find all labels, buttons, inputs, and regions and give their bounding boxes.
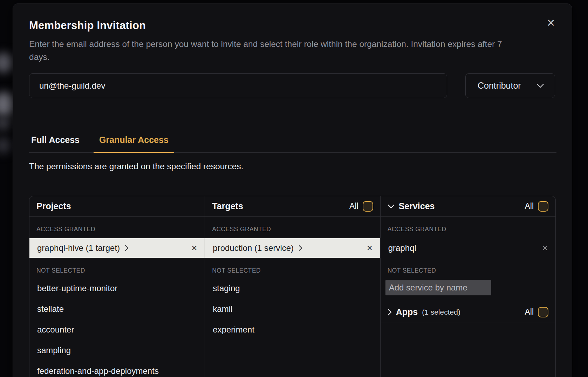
remove-service-icon[interactable]: ×	[542, 244, 548, 253]
targets-column: Targets All ACCESS GRANTED production (1…	[205, 196, 380, 377]
projects-column: Projects ACCESS GRANTED graphql-hive (1 …	[29, 196, 205, 377]
project-list-item[interactable]: sampling	[29, 340, 205, 361]
selected-project-row[interactable]: graphql-hive (1 target) ×	[29, 238, 205, 258]
membership-invitation-dialog: × Membership Invitation Enter the email …	[13, 4, 572, 377]
chevron-down-icon	[388, 204, 395, 208]
services-column: Services All ACCESS GRANTED graphql × NO…	[380, 196, 555, 377]
background-blur-blob	[0, 137, 12, 153]
resource-picker: Projects ACCESS GRANTED graphql-hive (1 …	[29, 196, 556, 377]
access-granted-label: ACCESS GRANTED	[36, 226, 198, 233]
apps-selected-count: (1 selected)	[422, 308, 460, 316]
projects-not-selected-list: better-uptime-monitor stellate accounter…	[29, 278, 205, 377]
background-blur-blob	[0, 53, 13, 73]
apps-all-checkbox[interactable]	[538, 307, 548, 317]
projects-title: Projects	[36, 201, 71, 211]
remove-project-icon[interactable]: ×	[192, 244, 197, 253]
role-dropdown-value: Contributor	[478, 81, 521, 91]
dialog-title: Membership Invitation	[29, 19, 146, 32]
project-list-item[interactable]: federation-and-app-deployments	[29, 361, 205, 377]
targets-all-checkbox[interactable]	[363, 201, 373, 212]
apps-all-label: All	[525, 307, 534, 317]
targets-title: Targets	[212, 201, 243, 211]
apps-title: Apps	[396, 307, 418, 317]
selected-target-label: production (1 service)	[213, 243, 294, 253]
chevron-right-icon	[388, 309, 392, 316]
permissions-note: The permissions are granted on the speci…	[29, 162, 243, 171]
access-granted-label: ACCESS GRANTED	[212, 226, 373, 233]
targets-header: Targets All	[205, 196, 380, 217]
projects-header: Projects	[29, 196, 205, 217]
services-all-checkbox[interactable]	[538, 201, 548, 212]
remove-target-icon[interactable]: ×	[367, 244, 372, 253]
tab-full-access[interactable]: Full Access	[29, 132, 82, 153]
targets-not-selected-list: staging kamil experiment	[205, 278, 380, 340]
add-service-input[interactable]	[385, 280, 491, 295]
project-list-item[interactable]: accounter	[29, 319, 205, 340]
chevron-down-icon	[536, 83, 544, 88]
close-icon[interactable]: ×	[542, 14, 559, 31]
target-list-item[interactable]: staging	[205, 278, 380, 299]
background-blur-blob	[0, 116, 11, 130]
tab-granular-access[interactable]: Granular Access	[94, 132, 174, 153]
dialog-description: Enter the email address of the person yo…	[29, 37, 524, 63]
chevron-right-icon	[125, 245, 129, 251]
selected-target-row[interactable]: production (1 service) ×	[205, 238, 380, 258]
targets-all-label: All	[349, 201, 358, 211]
services-title: Services	[399, 201, 435, 211]
selected-project-label: graphql-hive (1 target)	[37, 243, 120, 253]
target-list-item[interactable]: experiment	[205, 319, 380, 340]
not-selected-label: NOT SELECTED	[36, 267, 198, 274]
project-list-item[interactable]: better-uptime-monitor	[29, 278, 205, 299]
apps-section-toggle[interactable]: Apps (1 selected) All	[381, 302, 555, 322]
access-granted-label: ACCESS GRANTED	[388, 226, 548, 233]
role-dropdown[interactable]: Contributor	[465, 73, 555, 98]
access-tabs: Full Access Granular Access	[29, 132, 556, 153]
target-list-item[interactable]: kamil	[205, 299, 380, 319]
chevron-right-icon	[299, 245, 302, 251]
invite-email-input[interactable]	[29, 73, 447, 98]
services-all-label: All	[525, 201, 534, 211]
not-selected-label: NOT SELECTED	[388, 267, 548, 274]
granted-service-row[interactable]: graphql ×	[381, 238, 555, 258]
project-list-item[interactable]: stellate	[29, 299, 205, 319]
services-header[interactable]: Services All	[381, 196, 555, 217]
granted-service-label: graphql	[388, 243, 416, 253]
not-selected-label: NOT SELECTED	[212, 267, 373, 274]
